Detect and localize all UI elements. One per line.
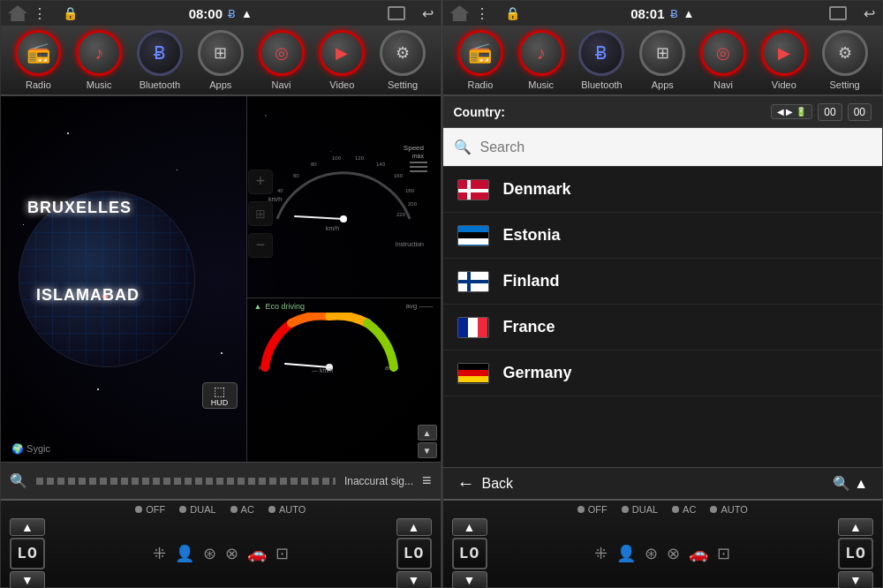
home-icon[interactable] xyxy=(8,5,27,21)
country-item-germany[interactable]: Germany xyxy=(443,351,883,396)
right-home-icon[interactable] xyxy=(450,5,470,21)
right-seat-heat2-icon[interactable]: ⊗ xyxy=(667,544,680,563)
right-temp-up-button[interactable]: ▲ xyxy=(396,518,432,536)
country-item-finland[interactable]: Finland xyxy=(443,259,883,305)
right-nav-bar: 📻 Radio ♪ Music Ƀ Bluetooth ⊞ Apps ◎ xyxy=(443,26,883,96)
seat-heat2-icon[interactable]: ⊗ xyxy=(225,544,238,563)
back-label: Back xyxy=(482,476,514,492)
right-seat-heat-icon[interactable]: ⊛ xyxy=(645,544,658,563)
right-nav-label-apps: Apps xyxy=(652,79,674,90)
svg-text:km/h: km/h xyxy=(326,225,339,231)
back-button[interactable]: ← Back xyxy=(457,473,514,494)
hud-button[interactable]: ⬚ HUD xyxy=(202,382,238,409)
country-item-france[interactable]: France xyxy=(443,305,883,351)
country-item-denmark[interactable]: Denmark xyxy=(443,167,883,213)
back-arrow-icon: ← xyxy=(457,473,475,494)
svg-text:km/h: km/h xyxy=(268,196,282,202)
right-person-icon[interactable]: 👤 xyxy=(616,544,636,563)
recirculate-icon[interactable]: ⊡ xyxy=(275,544,289,563)
left-temp-display: LO xyxy=(10,538,45,569)
left-temp-down-button[interactable]: ▼ xyxy=(10,571,45,588)
right-left-temp-up[interactable]: ▲ xyxy=(452,518,487,536)
right-radio-icon: 📻 xyxy=(468,41,492,64)
right-defrost-icon[interactable]: ⁜ xyxy=(594,544,608,563)
nav-item-video[interactable]: ▶ Video xyxy=(315,30,368,90)
right-screen-icon xyxy=(829,6,847,20)
climate-icons-group: ⁜ 👤 ⊛ ⊗ 🚗 ⊡ xyxy=(153,544,289,563)
right-nav-item-bluetooth[interactable]: Ƀ Bluetooth xyxy=(575,30,628,90)
right-climate-controls: ▲ LO ▼ ⁜ 👤 ⊛ ⊗ 🚗 ⊡ ▲ LO ▼ xyxy=(449,518,878,588)
right-apps-icon: ⊞ xyxy=(656,43,669,63)
right-car-icon[interactable]: 🚗 xyxy=(689,544,708,563)
setting-icon: ⚙ xyxy=(396,43,410,63)
dots-icon[interactable]: ⋮ xyxy=(33,5,48,22)
flag-denmark xyxy=(457,179,489,200)
right-temp-down-button[interactable]: ▼ xyxy=(396,571,432,588)
country-name-denmark: Denmark xyxy=(503,180,571,199)
right-nav-label-navi: Navi xyxy=(713,79,733,90)
right-recirculate-icon[interactable]: ⊡ xyxy=(717,544,730,563)
battery-icon: 🔋 xyxy=(796,107,806,117)
right-back-icon[interactable]: ↩ xyxy=(864,5,875,22)
eco-gauge-svg: min avg — km/h xyxy=(254,313,404,374)
right-left-temp-down[interactable]: ▼ xyxy=(452,571,487,588)
search-input[interactable] xyxy=(480,139,872,155)
search-btn-arrow: ▲ xyxy=(854,476,868,492)
hud-arrow-icon: ⬚ xyxy=(214,384,225,398)
right-navi-icon: ◎ xyxy=(716,43,730,63)
radio-icon: 📻 xyxy=(26,41,50,64)
climate-mode-indicators: OFF DUAL AC AUTO xyxy=(6,504,435,515)
right-right-temp-control: ▲ LO ▼ xyxy=(838,518,873,588)
nav-item-setting[interactable]: ⚙ Setting xyxy=(376,30,429,90)
inaccurate-signal-text: Inaccurat sig... xyxy=(344,475,413,487)
country-item-estonia[interactable]: Estonia xyxy=(443,213,883,259)
search-icon-left[interactable]: 🔍 xyxy=(10,472,27,489)
right-nav-item-setting[interactable]: ⚙ Setting xyxy=(819,30,872,90)
country-ctrl-box1[interactable]: ◀ ▶ 🔋 xyxy=(771,104,813,119)
dual-label: DUAL xyxy=(190,504,215,515)
left-time: 08:00 xyxy=(189,6,223,21)
right-dual-indicator: DUAL xyxy=(622,504,658,515)
speed-gauge-area: Speed max km/h 40 60 80 100 120 140 160 … xyxy=(246,96,441,298)
search-icon: 🔍 xyxy=(454,139,472,155)
signal-bars xyxy=(36,478,336,485)
right-climate-bar: OFF DUAL AC AUTO ▲ LO ▼ ⁜ 👤 xyxy=(443,499,883,587)
defrost-icon[interactable]: ⁜ xyxy=(153,544,166,563)
bt-icon: Ƀ xyxy=(154,42,166,64)
video-icon: ▶ xyxy=(336,43,348,63)
back-icon[interactable]: ↩ xyxy=(422,5,434,22)
menu-icon[interactable]: ≡ xyxy=(422,471,432,490)
off-label: OFF xyxy=(146,504,165,515)
left-temp-up-button[interactable]: ▲ xyxy=(10,518,45,536)
flag-france xyxy=(457,317,489,338)
right-nav-item-radio[interactable]: 📻 Radio xyxy=(454,30,507,90)
svg-text:120: 120 xyxy=(355,155,365,161)
right-nav-item-apps[interactable]: ⊞ Apps xyxy=(636,30,689,90)
right-nav-item-video[interactable]: ▶ Video xyxy=(758,30,811,90)
sygic-logo: 🌍 Sygic xyxy=(11,443,50,455)
car-icon[interactable]: 🚗 xyxy=(247,544,267,563)
right-nav-label-video: Video xyxy=(772,79,796,90)
right-nav-item-navi[interactable]: ◎ Navi xyxy=(697,30,750,90)
nav-item-bluetooth[interactable]: Ƀ Bluetooth xyxy=(133,30,186,90)
seat-heat-icon[interactable]: ⊛ xyxy=(203,544,216,563)
search-bar: 🔍 xyxy=(443,128,883,167)
right-climate-mode-indicators: OFF DUAL AC AUTO xyxy=(449,504,878,515)
right-right-temp-down[interactable]: ▼ xyxy=(838,571,873,588)
nav-label-apps: Apps xyxy=(209,79,231,90)
right-setting-icon: ⚙ xyxy=(838,43,852,63)
nav-item-radio[interactable]: 📻 Radio xyxy=(11,30,64,90)
countries-list: Denmark Estonia Finland xyxy=(443,167,883,467)
flag-finland xyxy=(457,271,489,292)
right-nav-item-music[interactable]: ♪ Music xyxy=(515,30,568,90)
search-button[interactable]: 🔍 ▲ xyxy=(833,475,868,492)
lock-icon: 🔒 xyxy=(63,6,78,20)
right-right-temp-up[interactable]: ▲ xyxy=(838,518,873,536)
right-time: 08:01 xyxy=(630,6,664,21)
right-dots-icon[interactable]: ⋮ xyxy=(475,5,490,22)
nav-item-music[interactable]: ♪ Music xyxy=(72,30,125,90)
person-icon[interactable]: 👤 xyxy=(175,544,194,563)
nav-item-navi[interactable]: ◎ Navi xyxy=(255,30,308,90)
nav-item-apps[interactable]: ⊞ Apps xyxy=(194,30,247,90)
right-off-label: OFF xyxy=(588,504,608,515)
